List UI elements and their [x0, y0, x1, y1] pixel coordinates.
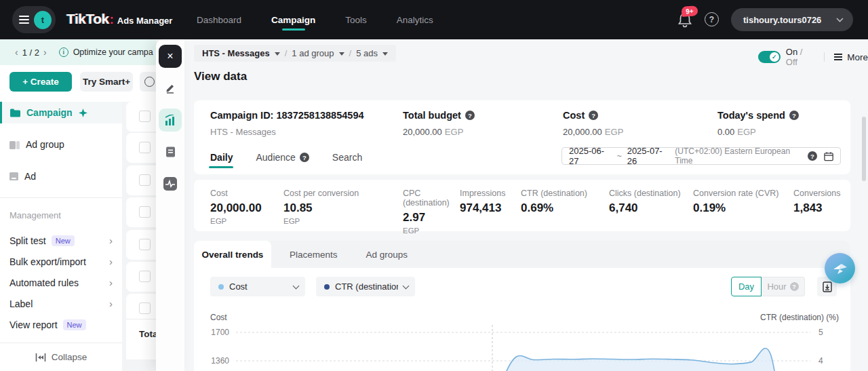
vertical-scrollbar-thumb[interactable] — [862, 117, 866, 181]
metric-cpc-destination: CPC (destination)2.97EGP — [403, 189, 460, 231]
chevron-down-icon — [293, 282, 300, 289]
caret-down-icon[interactable] — [339, 52, 344, 56]
date-range-picker[interactable]: 2025-06-27 ~ 2025-07-26 (UTC+02:00) East… — [561, 147, 841, 165]
nav-tools[interactable]: Tools — [344, 1, 368, 39]
activity-pulse-icon — [163, 177, 177, 191]
main-menu-pill[interactable]: t — [12, 6, 56, 33]
tab-search[interactable]: Search — [332, 152, 362, 168]
breadcrumb-ad-group[interactable]: 1 ad group — [292, 48, 334, 58]
sidebar-item-view-report[interactable]: View report New — [0, 314, 122, 335]
smart-assistant-floating-button[interactable] — [825, 253, 855, 284]
avatar[interactable]: t — [34, 11, 52, 29]
bar-chart-icon — [165, 115, 176, 125]
sidebar-item-ad-group-label: Ad group — [26, 139, 64, 150]
nav-dashboard[interactable]: Dashboard — [195, 1, 243, 39]
account-dropdown[interactable]: tishoury.tours0726 — [731, 8, 853, 31]
selector-ctr-label: CTR (destination — [335, 281, 398, 292]
breadcrumb-ads[interactable]: 5 ads — [356, 48, 378, 58]
account-name: tishoury.tours0726 — [743, 15, 821, 25]
right-tick-4: 4 — [818, 356, 823, 366]
collapse-sidebar-button[interactable]: Collapse — [0, 343, 122, 371]
tab-ad-groups[interactable]: Ad groups — [357, 250, 418, 260]
more-button[interactable]: More — [834, 52, 868, 62]
help-icon[interactable]: ? — [808, 151, 817, 161]
cost-label: Cost — [563, 110, 585, 121]
metric-selector-ctr[interactable]: CTR (destination — [316, 277, 415, 296]
report-tool-button[interactable] — [159, 140, 182, 163]
row-checkbox[interactable] — [139, 111, 151, 122]
sidebar-item-ad-group[interactable]: Ad group — [0, 134, 122, 155]
currency-unit: EGP — [605, 127, 623, 137]
sidebar-divider — [0, 197, 122, 198]
row-checkbox[interactable] — [139, 174, 151, 186]
caret-down-icon[interactable] — [382, 52, 388, 56]
nav-campaign[interactable]: Campaign — [270, 1, 317, 39]
chevron-right-icon: › — [109, 298, 113, 309]
campaign-summary-card: Campaign ID: 1837258138854594 HTS - Mess… — [194, 100, 850, 174]
chevron-right-icon: › — [109, 256, 113, 267]
vertical-divider — [824, 52, 825, 62]
sparkle-icon — [79, 109, 87, 117]
metric-selector-cost[interactable]: Cost — [210, 277, 305, 296]
start-date: 2025-06-27 — [569, 146, 612, 166]
breadcrumb: HTS - Messages / 1 ad group / 5 ads — [194, 45, 396, 62]
tab-daily[interactable]: Daily — [210, 152, 233, 168]
help-button[interactable]: ? — [705, 12, 719, 26]
toggle-check-icon: ✓ — [770, 52, 779, 62]
ad-group-icon — [9, 140, 20, 149]
date-separator: ~ — [617, 151, 622, 161]
close-drawer-button[interactable]: × — [159, 45, 182, 68]
help-icon[interactable]: ? — [589, 111, 598, 120]
new-badge: New — [52, 235, 75, 246]
granularity-day-button[interactable]: Day — [731, 277, 762, 296]
row-checkbox[interactable] — [139, 239, 151, 250]
series-dot-ctr — [324, 284, 330, 290]
try-smart-button[interactable]: Try Smart+ — [80, 72, 133, 92]
row-checkbox[interactable] — [139, 206, 151, 218]
sidebar-item-automated-rules[interactable]: Automated rules › — [0, 272, 122, 293]
banner-message: Optimize your campa — [73, 47, 153, 57]
metric-cost: Cost20,000.00EGP — [210, 189, 283, 231]
sidebar-item-split-test[interactable]: Split test New › — [0, 230, 122, 251]
on-off-label: On / Off — [786, 47, 814, 67]
pager-count: 1 / 2 — [22, 47, 39, 58]
help-icon[interactable]: ? — [300, 153, 309, 162]
tab-overall-trends[interactable]: Overall trends — [194, 241, 271, 268]
cost-area-fill — [237, 348, 810, 371]
tiktok-ads-manager-screen: t TikTok : Ads Manager Dashboard Campaig… — [0, 0, 868, 371]
help-icon[interactable]: ? — [465, 111, 475, 120]
download-report-icon — [823, 281, 832, 292]
nav-analytics[interactable]: Analytics — [395, 1, 435, 39]
granularity-hour-button[interactable]: Hour ? — [762, 277, 805, 296]
todays-spend-value: 0.00 — [717, 127, 734, 137]
row-checkbox[interactable] — [139, 142, 151, 153]
chevron-down-icon — [403, 282, 410, 289]
more-lines-icon — [834, 52, 842, 62]
currency-unit: EGP — [445, 127, 463, 137]
table-peek-column: Tota — [122, 102, 156, 371]
view-data-tool-button[interactable] — [159, 109, 182, 132]
main-panel: HTS - Messages / 1 ad group / 5 ads ✓ On… — [184, 39, 868, 371]
sidebar-item-ad[interactable]: Ad — [0, 165, 122, 187]
tab-audience[interactable]: Audience? — [256, 152, 309, 168]
sidebar-item-ad-label: Ad — [24, 171, 36, 182]
edit-tool-button[interactable] — [159, 77, 182, 100]
row-checkbox[interactable] — [139, 302, 151, 314]
breadcrumb-campaign[interactable]: HTS - Messages — [202, 48, 270, 58]
sidebar-item-bulk-export-import[interactable]: Bulk export/import › — [0, 251, 122, 272]
new-badge: New — [63, 319, 86, 330]
pager-next-icon[interactable]: › — [39, 47, 51, 58]
tab-placements[interactable]: Placements — [280, 250, 347, 260]
notifications-button[interactable]: 9+ — [677, 12, 695, 29]
caret-down-icon[interactable] — [275, 52, 280, 56]
row-checkbox[interactable] — [139, 271, 151, 282]
help-icon[interactable]: ? — [789, 111, 799, 120]
sidebar-item-campaign[interactable]: Campaign — [0, 102, 122, 123]
pager-prev-icon[interactable]: ‹ — [0, 47, 22, 58]
sidebar-item-label[interactable]: Label › — [0, 293, 122, 314]
hamburger-icon[interactable] — [19, 14, 29, 26]
create-button[interactable]: + Create — [9, 72, 72, 92]
diagnostics-tool-button[interactable] — [159, 172, 182, 195]
campaign-on-off-toggle[interactable]: ✓ — [758, 51, 781, 63]
metric-conversions: Conversions1,843 — [793, 189, 850, 231]
